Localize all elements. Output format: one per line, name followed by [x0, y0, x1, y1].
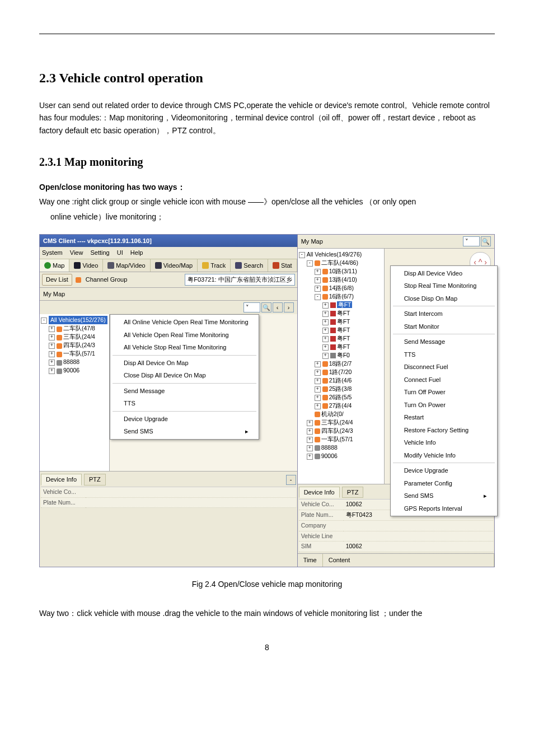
tree-item[interactable]: 1路(7/20: [329, 368, 352, 375]
ctx-gps-interval[interactable]: GPS Reports Interval: [391, 502, 497, 515]
ctx-send-sms[interactable]: Send SMS: [110, 425, 259, 438]
tree-item[interactable]: 25路(3/8: [329, 385, 352, 392]
tab-ptz[interactable]: PTZ: [342, 487, 364, 498]
ctx-start-intercom[interactable]: Start Intercom: [391, 307, 497, 320]
menu-setting[interactable]: Setting: [90, 249, 109, 256]
tree-item[interactable]: 一车队(57/1: [63, 350, 95, 357]
tree-vehicle[interactable]: 粤FT: [337, 301, 353, 308]
location-field[interactable]: 粤F03721: 中国广东省韶关市浈江区乡: [185, 274, 294, 286]
expand-icon[interactable]: +: [315, 277, 321, 283]
tree-vehicle[interactable]: 粤FT: [337, 326, 350, 333]
tree-vehicle[interactable]: 粤FT: [337, 335, 350, 342]
expand-icon[interactable]: +: [49, 368, 55, 374]
ctx-disp-all[interactable]: Disp All Device On Map: [110, 357, 259, 370]
dev-list-btn[interactable]: Dev List: [42, 274, 72, 286]
expand-icon[interactable]: -: [299, 252, 305, 258]
menu-ui[interactable]: UI: [117, 249, 123, 256]
tree-item[interactable]: 88888: [321, 444, 338, 451]
ctx-turn-off-power[interactable]: Turn Off Power: [391, 386, 497, 399]
tab-stat[interactable]: Stat: [268, 259, 297, 272]
expand-icon[interactable]: +: [307, 420, 313, 426]
tree-item[interactable]: 18路(2/7: [329, 360, 352, 367]
ctx-device-upgrade[interactable]: Device Upgrade: [391, 464, 497, 477]
nav-prev[interactable]: ‹: [273, 302, 283, 312]
expand-icon[interactable]: +: [307, 428, 313, 435]
expand-icon[interactable]: +: [49, 343, 55, 349]
tree-vehicle[interactable]: 粤F0: [337, 352, 350, 358]
ctx-restart[interactable]: Restart: [391, 411, 497, 424]
ctx-all-open[interactable]: All Vehicle Open Real Time Monitoring: [110, 329, 259, 342]
expand-icon[interactable]: +: [322, 336, 329, 342]
ctx-start-monitor[interactable]: Start Monitor: [391, 320, 497, 333]
tree-item[interactable]: 90006: [321, 452, 338, 459]
expand-icon[interactable]: +: [322, 328, 329, 334]
tab-search[interactable]: Search: [231, 259, 268, 272]
ctx-device-upgrade[interactable]: Device Upgrade: [110, 413, 259, 426]
expand-icon[interactable]: +: [322, 302, 329, 309]
tree-item[interactable]: 13路(4/10): [329, 276, 357, 283]
tab-ptz[interactable]: PTZ: [84, 474, 106, 486]
tree-root[interactable]: All Vehicles(149/276): [307, 251, 362, 258]
ctx-close-disp-all[interactable]: Close Disp All Device On Map: [110, 369, 259, 382]
tree-item[interactable]: 三车队(24/4: [63, 333, 95, 340]
expand-icon[interactable]: +: [315, 286, 321, 292]
search-select[interactable]: ˅: [243, 302, 260, 312]
search-go[interactable]: 🔍: [261, 302, 271, 312]
ctx-disp-video[interactable]: Disp All Device Video: [391, 267, 497, 280]
tree-vehicle[interactable]: 粤FT: [337, 318, 350, 325]
channel-group-label[interactable]: Channel Group: [86, 275, 128, 284]
left-map-area[interactable]: All Online Vehicle Open Real Time Monito…: [110, 314, 297, 471]
expand-icon[interactable]: +: [322, 319, 329, 325]
tab-map[interactable]: Map: [40, 259, 69, 272]
expand-icon[interactable]: +: [315, 361, 321, 367]
expand-icon[interactable]: -: [315, 294, 321, 300]
tab-video[interactable]: Video: [69, 259, 103, 272]
tree-item[interactable]: 16路(6/7): [329, 293, 354, 300]
tree-item[interactable]: 88888: [63, 358, 79, 365]
tab-videomap[interactable]: Video/Map: [151, 259, 198, 272]
ctx-parameter-config[interactable]: Parameter Config: [391, 477, 497, 490]
tab-device-info[interactable]: Device Info: [299, 487, 340, 498]
menu-help[interactable]: Help: [130, 249, 143, 256]
tab-mapvideo[interactable]: Map/Video: [103, 259, 150, 272]
search-select[interactable]: ˅: [463, 236, 480, 246]
expand-icon[interactable]: +: [307, 445, 313, 451]
ctx-disconnect-fuel[interactable]: Disconnect Fuel: [391, 361, 497, 374]
tree-item[interactable]: 21路(4/6: [329, 377, 352, 384]
ctx-restore-factory[interactable]: Restore Factory Setting: [391, 424, 497, 437]
tab-device-info[interactable]: Device Info: [41, 474, 82, 486]
tree-item[interactable]: 二车队(44/86): [321, 259, 358, 266]
ctx-close-disp[interactable]: Close Disp On Map: [391, 292, 497, 305]
search-go[interactable]: 🔍: [481, 236, 491, 246]
ctx-all-stop[interactable]: All Vehicle Stop Real Time Monitoring: [110, 341, 259, 354]
expand-icon[interactable]: +: [49, 326, 55, 332]
expand-icon[interactable]: +: [315, 269, 321, 275]
tree-item[interactable]: 四车队(24/3: [63, 342, 95, 348]
right-map-area[interactable]: ‹ ^ › + Disp All Device Video Stop Real …: [385, 249, 494, 484]
tab-track[interactable]: Track: [198, 259, 231, 272]
ctx-turn-on-power[interactable]: Turn On Power: [391, 399, 497, 412]
ctx-send-message[interactable]: Send Message: [391, 335, 497, 348]
expand-icon[interactable]: +: [315, 395, 321, 401]
tree-item[interactable]: 机动2(0/: [321, 410, 344, 417]
menu-view[interactable]: View: [70, 249, 83, 256]
tree-item[interactable]: 26路(5/5: [329, 394, 352, 400]
expand-icon[interactable]: +: [322, 311, 329, 317]
expand-icon[interactable]: -: [41, 318, 47, 324]
nav-next[interactable]: ›: [284, 302, 294, 312]
ctx-tts[interactable]: TTS: [391, 348, 497, 361]
menu-system[interactable]: System: [42, 249, 63, 256]
expand-icon[interactable]: +: [322, 353, 329, 359]
tree-vehicle[interactable]: 粤FT: [337, 310, 350, 316]
tree-item[interactable]: 四车队(24/3: [321, 427, 353, 434]
ctx-send-message[interactable]: Send Message: [110, 385, 259, 398]
collapse-btn[interactable]: -: [286, 475, 296, 485]
expand-icon[interactable]: +: [315, 378, 321, 384]
expand-icon[interactable]: +: [307, 437, 313, 443]
expand-icon[interactable]: +: [49, 351, 55, 357]
ctx-connect-fuel[interactable]: Connect Fuel: [391, 374, 497, 386]
expand-icon[interactable]: +: [315, 386, 321, 393]
tree-root[interactable]: All Vehicles(152/276): [49, 316, 107, 324]
ctx-modify-vehicle-info[interactable]: Modify Vehicle Info: [391, 449, 497, 462]
tree-item[interactable]: 14路(6/8): [329, 284, 354, 291]
